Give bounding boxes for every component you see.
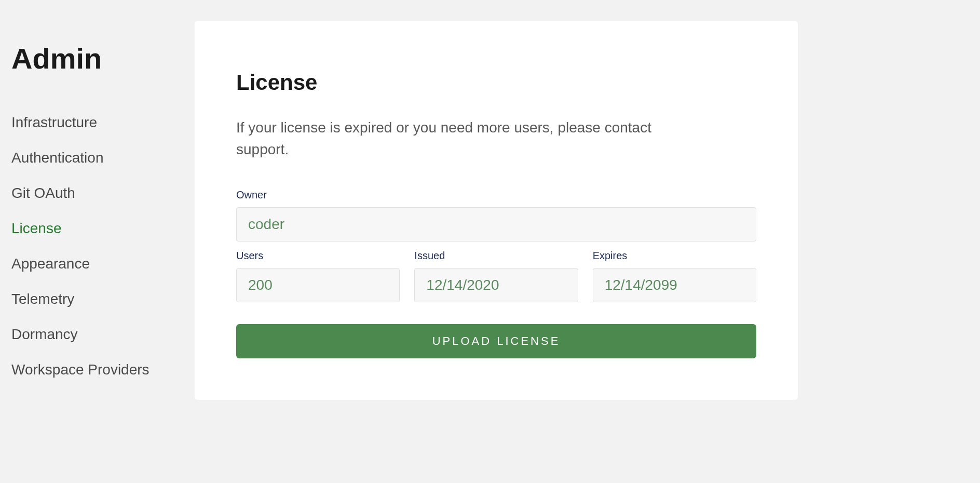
sidebar-item-workspace-providers[interactable]: Workspace Providers [11, 361, 195, 378]
upload-license-button[interactable]: UPLOAD LICENSE [236, 324, 756, 358]
sidebar: Admin Infrastructure Authentication Git … [0, 21, 195, 400]
page-title: License [236, 70, 756, 95]
sidebar-item-git-oauth[interactable]: Git OAuth [11, 185, 195, 202]
expires-group: Expires [593, 250, 756, 302]
sidebar-item-appearance[interactable]: Appearance [11, 256, 195, 272]
expires-label: Expires [593, 250, 756, 262]
users-group: Users [236, 250, 400, 302]
sidebar-item-license[interactable]: License [11, 220, 195, 237]
issued-field[interactable] [414, 268, 578, 302]
owner-group: Owner [236, 189, 756, 242]
expires-field[interactable] [593, 268, 756, 302]
main-card: License If your license is expired or yo… [195, 21, 798, 400]
owner-field[interactable] [236, 207, 756, 242]
sidebar-nav: Infrastructure Authentication Git OAuth … [11, 114, 195, 378]
sidebar-item-telemetry[interactable]: Telemetry [11, 291, 195, 307]
license-details-row: Users Issued Expires [236, 250, 756, 302]
sidebar-item-authentication[interactable]: Authentication [11, 150, 195, 166]
page-subtitle: If your license is expired or you need m… [236, 117, 662, 160]
sidebar-item-dormancy[interactable]: Dormancy [11, 326, 195, 343]
users-label: Users [236, 250, 400, 262]
sidebar-title: Admin [11, 42, 195, 75]
owner-label: Owner [236, 189, 756, 201]
issued-group: Issued [414, 250, 578, 302]
users-field[interactable] [236, 268, 400, 302]
issued-label: Issued [414, 250, 578, 262]
sidebar-item-infrastructure[interactable]: Infrastructure [11, 114, 195, 131]
